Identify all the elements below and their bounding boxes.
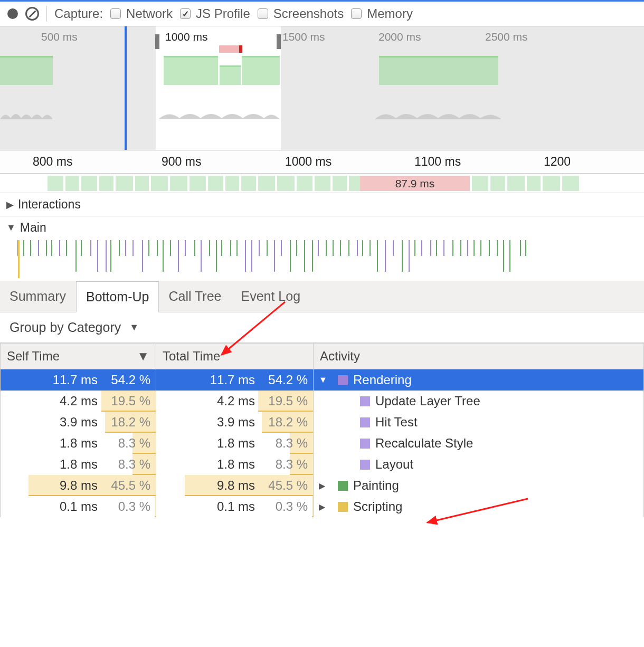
flame-sliver[interactable] xyxy=(393,240,394,256)
flame-sliver[interactable] xyxy=(216,240,217,272)
flame-sliver[interactable] xyxy=(402,240,403,272)
flame-sliver[interactable] xyxy=(30,240,31,256)
flame-sliver[interactable] xyxy=(170,240,171,256)
flame-sliver[interactable] xyxy=(46,240,47,256)
frames-track[interactable]: 87.9 ms xyxy=(0,174,644,193)
frame-segment[interactable] xyxy=(315,176,330,191)
flame-sliver[interactable] xyxy=(436,240,437,256)
flame-sliver[interactable] xyxy=(480,240,481,256)
flame-sliver[interactable] xyxy=(236,240,238,256)
flame-sliver[interactable] xyxy=(318,240,319,256)
flame-sliver[interactable] xyxy=(75,240,77,272)
frame-segment[interactable] xyxy=(116,176,133,191)
flame-sliver[interactable] xyxy=(194,240,195,256)
flame-sliver[interactable] xyxy=(97,240,98,272)
flame-sliver[interactable] xyxy=(281,240,282,256)
flame-sliver[interactable] xyxy=(66,240,67,256)
flame-sliver[interactable] xyxy=(443,240,444,256)
flame-sliver[interactable] xyxy=(312,240,313,272)
frame-segment[interactable] xyxy=(99,176,113,191)
flame-sliver[interactable] xyxy=(81,240,82,256)
flame-sliver[interactable] xyxy=(520,240,521,256)
col-self-time[interactable]: Self Time ▼ xyxy=(1,344,156,369)
frame-segment[interactable] xyxy=(333,176,347,191)
flame-sliver[interactable] xyxy=(362,240,363,256)
overview-playhead[interactable] xyxy=(125,26,127,150)
table-row[interactable]: 11.7 ms54.2 %11.7 ms54.2 %▼Rendering xyxy=(1,369,644,391)
frame-segment[interactable] xyxy=(297,176,312,191)
flame-sliver[interactable] xyxy=(51,240,52,256)
flame-sliver[interactable] xyxy=(409,240,410,272)
col-activity[interactable]: Activity xyxy=(314,344,644,369)
flame-sliver[interactable] xyxy=(509,240,510,272)
table-row[interactable]: 0.1 ms0.3 %0.1 ms0.3 %▶Scripting xyxy=(1,496,644,517)
interactions-section[interactable]: ▶ Interactions xyxy=(0,193,644,216)
flame-sliver[interactable] xyxy=(370,240,371,256)
flame-sliver[interactable] xyxy=(467,240,468,256)
flame-sliver[interactable] xyxy=(497,240,498,256)
flame-sliver[interactable] xyxy=(106,240,107,272)
flame-sliver[interactable] xyxy=(357,240,358,256)
frame-segment[interactable] xyxy=(48,176,63,191)
expand-right-icon[interactable]: ▶ xyxy=(319,481,327,491)
frame-segment[interactable] xyxy=(490,176,505,191)
flame-sliver[interactable] xyxy=(290,240,291,272)
flame-sliver[interactable] xyxy=(201,240,202,272)
frame-segment[interactable] xyxy=(65,176,79,191)
flame-sliver[interactable] xyxy=(326,240,327,256)
flame-sliver[interactable] xyxy=(333,240,334,256)
flame-sliver[interactable] xyxy=(473,240,475,256)
flame-sliver[interactable] xyxy=(110,240,111,272)
frame-segment[interactable] xyxy=(135,176,149,191)
flame-sliver[interactable] xyxy=(489,240,490,256)
flame-sliver[interactable] xyxy=(267,240,268,256)
detail-ruler[interactable]: 800 ms 900 ms 1000 ms 1100 ms 1200 xyxy=(0,150,644,174)
tab-summary[interactable]: Summary xyxy=(0,281,76,312)
flame-sliver[interactable] xyxy=(430,240,431,256)
clear-icon[interactable] xyxy=(25,7,39,21)
col-total-time[interactable]: Total Time xyxy=(156,344,314,369)
flame-sliver[interactable] xyxy=(221,240,222,256)
flame-sliver[interactable] xyxy=(251,240,252,272)
flame-sliver[interactable] xyxy=(377,240,378,272)
frame-segment[interactable] xyxy=(527,176,541,191)
selection-handle-right[interactable] xyxy=(277,34,281,49)
flame-sliver[interactable] xyxy=(414,240,415,256)
flame-sliver[interactable] xyxy=(185,240,186,256)
flame-sliver[interactable] xyxy=(421,240,422,256)
flame-sliver[interactable] xyxy=(460,240,461,256)
flame-sliver[interactable] xyxy=(142,240,143,272)
flame-sliver[interactable] xyxy=(38,240,39,256)
expand-right-icon[interactable]: ▶ xyxy=(319,502,327,512)
capture-option-memory[interactable]: Memory xyxy=(351,6,413,21)
flame-sliver[interactable] xyxy=(23,240,24,256)
frame-segment[interactable] xyxy=(277,176,295,191)
capture-option-screenshots[interactable]: Screenshots xyxy=(258,6,344,21)
frame-segment[interactable] xyxy=(258,176,275,191)
frame-segment[interactable] xyxy=(208,176,223,191)
flame-sliver[interactable] xyxy=(119,240,120,256)
main-section[interactable]: ▼ Main xyxy=(0,216,644,239)
tab-bottom-up[interactable]: Bottom-Up xyxy=(76,281,159,312)
flame-sliver[interactable] xyxy=(18,240,20,278)
flame-sliver[interactable] xyxy=(525,240,526,256)
selection-handle-left[interactable] xyxy=(155,34,159,49)
flame-sliver[interactable] xyxy=(259,240,260,256)
flame-sliver[interactable] xyxy=(230,240,231,256)
flame-sliver[interactable] xyxy=(340,240,341,256)
frame-segment[interactable] xyxy=(81,176,97,191)
table-row[interactable]: 3.9 ms18.2 %3.9 ms18.2 %Hit Test xyxy=(1,412,644,433)
flame-sliver[interactable] xyxy=(163,240,164,272)
table-row[interactable]: 1.8 ms8.3 %1.8 ms8.3 %Layout xyxy=(1,454,644,475)
frame-segment[interactable] xyxy=(562,176,579,191)
flame-sliver[interactable] xyxy=(245,240,246,272)
flame-sliver[interactable] xyxy=(503,240,504,272)
frame-segment[interactable] xyxy=(507,176,525,191)
timeline-overview[interactable]: 500 ms 1000 ms 1500 ms 2000 ms 2500 ms xyxy=(0,26,644,150)
record-icon[interactable] xyxy=(7,8,18,19)
flame-sliver[interactable] xyxy=(90,240,91,256)
flame-sliver[interactable] xyxy=(148,240,149,256)
flame-sliver[interactable] xyxy=(157,240,158,256)
tab-call-tree[interactable]: Call Tree xyxy=(159,281,231,312)
overview-selection[interactable] xyxy=(156,26,281,150)
